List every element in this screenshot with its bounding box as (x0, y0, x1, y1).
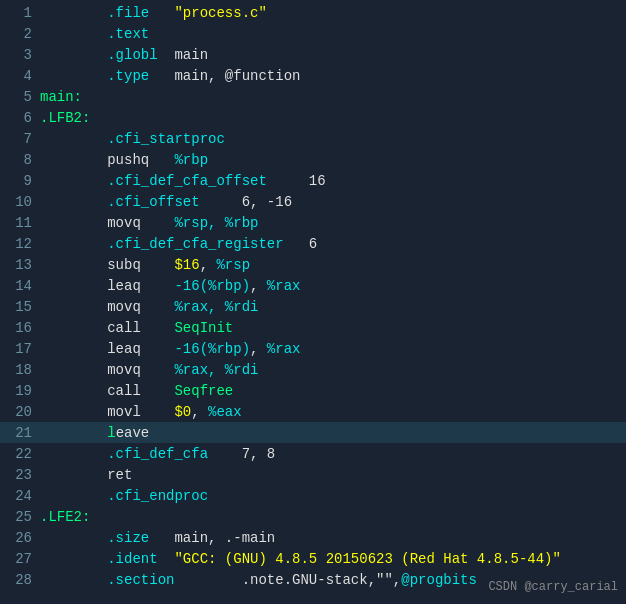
line-number: 16 (4, 320, 32, 336)
code-line: 15 movq %rax, %rdi (0, 296, 626, 317)
code-line: 23 ret (0, 464, 626, 485)
line-number: 12 (4, 236, 32, 252)
line-number: 24 (4, 488, 32, 504)
line-number: 27 (4, 551, 32, 567)
line-number: 20 (4, 404, 32, 420)
line-number: 17 (4, 341, 32, 357)
line-content: call Seqfree (40, 383, 622, 399)
code-line: 22 .cfi_def_cfa 7, 8 (0, 443, 626, 464)
code-line: 11 movq %rsp, %rbp (0, 212, 626, 233)
code-line: 14 leaq -16(%rbp), %rax (0, 275, 626, 296)
line-number: 3 (4, 47, 32, 63)
code-line: 16 call SeqInit (0, 317, 626, 338)
line-content: .cfi_endproc (40, 488, 622, 504)
line-number: 8 (4, 152, 32, 168)
line-content: .cfi_def_cfa_offset 16 (40, 173, 622, 189)
watermark-text: CSDN @carry_carial (488, 580, 618, 594)
line-content: ret (40, 467, 622, 483)
code-line: 20 movl $0, %eax (0, 401, 626, 422)
line-number: 15 (4, 299, 32, 315)
line-number: 10 (4, 194, 32, 210)
line-content: .cfi_def_cfa 7, 8 (40, 446, 622, 462)
line-content: leaq -16(%rbp), %rax (40, 341, 622, 357)
code-line: 7 .cfi_startproc (0, 128, 626, 149)
code-line: 18 movq %rax, %rdi (0, 359, 626, 380)
line-number: 7 (4, 131, 32, 147)
line-number: 19 (4, 383, 32, 399)
line-number: 9 (4, 173, 32, 189)
line-content: .globl main (40, 47, 622, 63)
line-content: pushq %rbp (40, 152, 622, 168)
line-content: .ident "GCC: (GNU) 4.8.5 20150623 (Red H… (40, 551, 622, 567)
line-content: main: (40, 89, 622, 105)
line-number: 26 (4, 530, 32, 546)
line-number: 28 (4, 572, 32, 588)
line-number: 13 (4, 257, 32, 273)
code-line: 27 .ident "GCC: (GNU) 4.8.5 20150623 (Re… (0, 548, 626, 569)
line-number: 21 (4, 425, 32, 441)
code-line: 6.LFB2: (0, 107, 626, 128)
code-line: 10 .cfi_offset 6, -16 (0, 191, 626, 212)
code-line: 2 .text (0, 23, 626, 44)
code-editor: 1 .file "process.c"2 .text3 .globl main4… (0, 0, 626, 604)
line-content: movq %rax, %rdi (40, 299, 622, 315)
line-content: .cfi_startproc (40, 131, 622, 147)
code-line: 4 .type main, @function (0, 65, 626, 86)
line-number: 1 (4, 5, 32, 21)
line-content: call SeqInit (40, 320, 622, 336)
code-line: 25.LFE2: (0, 506, 626, 527)
line-number: 25 (4, 509, 32, 525)
line-content: .size main, .-main (40, 530, 622, 546)
line-number: 4 (4, 68, 32, 84)
line-content: movl $0, %eax (40, 404, 622, 420)
line-content: leave (40, 425, 622, 441)
line-number: 18 (4, 362, 32, 378)
line-number: 11 (4, 215, 32, 231)
line-content: .cfi_offset 6, -16 (40, 194, 622, 210)
code-line: 13 subq $16, %rsp (0, 254, 626, 275)
line-content: .LFB2: (40, 110, 622, 126)
code-line: 17 leaq -16(%rbp), %rax (0, 338, 626, 359)
code-line: 21 leave (0, 422, 626, 443)
code-line: 9 .cfi_def_cfa_offset 16 (0, 170, 626, 191)
code-line: 26 .size main, .-main (0, 527, 626, 548)
line-number: 5 (4, 89, 32, 105)
line-number: 2 (4, 26, 32, 42)
line-content: .type main, @function (40, 68, 622, 84)
code-line: 19 call Seqfree (0, 380, 626, 401)
code-line: 3 .globl main (0, 44, 626, 65)
line-number: 14 (4, 278, 32, 294)
code-line: 1 .file "process.c" (0, 2, 626, 23)
code-line: 12 .cfi_def_cfa_register 6 (0, 233, 626, 254)
line-number: 6 (4, 110, 32, 126)
line-content: .text (40, 26, 622, 42)
line-content: movq %rax, %rdi (40, 362, 622, 378)
line-content: .cfi_def_cfa_register 6 (40, 236, 622, 252)
line-content: leaq -16(%rbp), %rax (40, 278, 622, 294)
line-content: .file "process.c" (40, 5, 622, 21)
line-content: movq %rsp, %rbp (40, 215, 622, 231)
code-line: 8 pushq %rbp (0, 149, 626, 170)
code-line: 5main: (0, 86, 626, 107)
line-number: 23 (4, 467, 32, 483)
line-content: .LFE2: (40, 509, 622, 525)
code-line: 24 .cfi_endproc (0, 485, 626, 506)
line-number: 22 (4, 446, 32, 462)
line-content: subq $16, %rsp (40, 257, 622, 273)
